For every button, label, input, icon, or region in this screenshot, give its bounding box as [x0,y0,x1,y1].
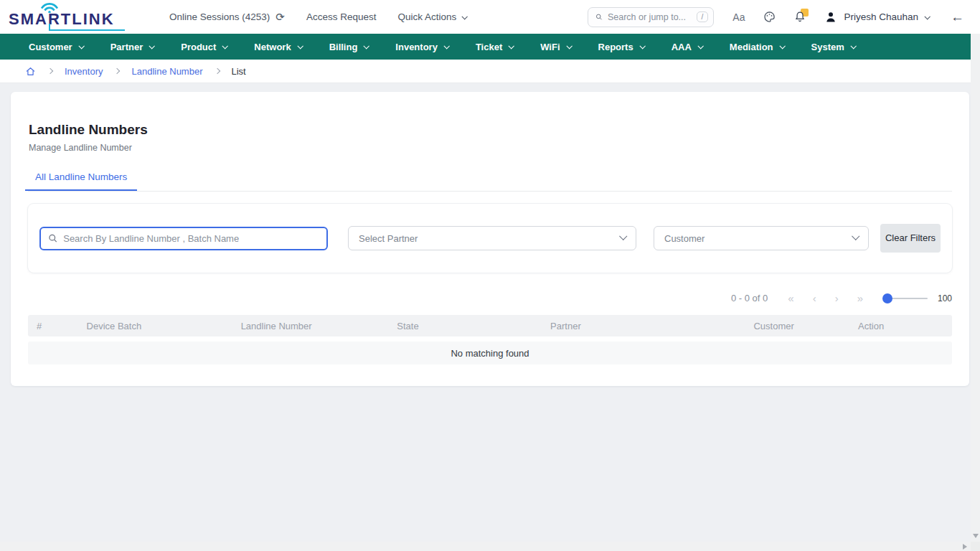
clear-filters-button[interactable]: Clear Filters [880,224,941,253]
theme-palette-icon[interactable] [763,11,776,23]
vertical-scrollbar[interactable] [971,0,980,542]
top-links: Online Sessions (4253) ⟳ Access Request … [169,11,466,24]
notifications-bell-icon[interactable] [794,11,806,23]
nav-item-reports[interactable]: Reports [585,34,658,60]
col-header-customer: Customer [745,321,849,331]
chevron-down-icon [78,43,84,49]
pagination-next-icon[interactable]: › [835,293,839,303]
col-header-landline-number: Landline Number [232,321,389,331]
chevron-down-icon [297,43,303,49]
quick-actions-menu[interactable]: Quick Actions [397,11,466,22]
avatar-icon [824,11,837,24]
nav-item-product[interactable]: Product [167,34,240,60]
chevron-down-icon [924,14,930,19]
nav-item-aaa[interactable]: AAA [658,34,716,60]
empty-state-row: No matching found [28,342,952,364]
scroll-down-icon[interactable] [973,534,979,538]
search-shortcut-key: / [697,11,709,22]
breadcrumb-link-landline-number[interactable]: Landline Number [131,66,202,77]
nav-item-inventory[interactable]: Inventory [382,34,462,60]
access-request-link[interactable]: Access Request [306,11,377,22]
horizontal-scrollbar[interactable] [0,542,971,551]
partner-select-placeholder: Select Partner [359,233,418,244]
chevron-down-icon [697,43,703,49]
collapse-back-icon[interactable]: ← [951,9,964,25]
global-search-box[interactable]: / [588,7,714,27]
smartlink-logo[interactable]: SMARTLINK [7,3,128,32]
pagination-range: 0 - 0 of 0 [731,293,768,303]
font-size-toggle[interactable]: Aa [732,11,745,23]
chevron-down-icon [364,43,369,49]
nav-item-billing[interactable]: Billing [316,34,382,60]
page-content: Landline Numbers Manage Landline Number … [0,83,980,386]
pagination-last-icon[interactable]: » [857,293,863,303]
pagination-first-icon[interactable]: « [788,293,793,303]
landline-search-input[interactable] [63,233,319,244]
col-header-index: # [28,321,78,331]
top-bar: SMARTLINK Online Sessions (4253) ⟳ Acces… [0,0,980,34]
partner-select[interactable]: Select Partner [348,226,636,250]
refresh-icon[interactable]: ⟳ [275,11,285,24]
user-name: Priyesh Chauhan [844,11,918,22]
col-header-partner: Partner [542,321,745,331]
chevron-down-icon [779,43,785,49]
search-icon [48,233,57,243]
chevron-down-icon [619,232,627,240]
chevron-down-icon [566,43,572,49]
customer-select-placeholder: Customer [664,233,705,244]
page-subtitle: Manage Landline Number [29,143,952,153]
landline-numbers-card: Landline Numbers Manage Landline Number … [11,92,969,386]
user-menu[interactable]: Priyesh Chauhan [824,11,929,24]
breadcrumb-separator-icon [114,68,120,74]
table-header-row: # Device Batch Landline Number State Par… [28,315,952,336]
quick-actions-label: Quick Actions [397,11,456,22]
nav-item-ticket[interactable]: Ticket [462,34,527,60]
landline-numbers-table: # Device Batch Landline Number State Par… [28,315,952,364]
home-icon[interactable] [25,66,36,77]
nav-item-customer[interactable]: Customer [15,34,97,60]
scrollbar-corner [971,542,980,551]
chevron-down-icon [850,43,856,49]
logo-text: SMARTLINK [9,10,115,29]
pagination: 0 - 0 of 0 « ‹ › » 100 [28,293,952,303]
chevron-down-icon [639,43,645,49]
top-bar-right: / Aa [588,7,964,27]
filter-panel: Select Partner Customer Clear Filters [28,204,952,273]
col-header-device-batch: Device Batch [78,321,232,331]
tab-all-landline-numbers[interactable]: All Landline Numbers [25,171,137,191]
breadcrumb-current: List [232,66,246,77]
chevron-down-icon [149,43,155,49]
page-title: Landline Numbers [29,122,952,138]
breadcrumb-link-inventory[interactable]: Inventory [65,66,103,77]
nav-item-mediation[interactable]: Mediation [716,34,798,60]
tabs: All Landline Numbers [28,171,952,192]
col-header-state: State [388,321,542,331]
chevron-down-icon [222,43,228,49]
main-nav-bar: Customer Partner Product Network Billing… [0,34,980,60]
customer-select[interactable]: Customer [654,226,869,250]
breadcrumb-separator-icon [47,68,53,74]
access-request-label: Access Request [306,11,377,22]
landline-search-field[interactable] [39,227,328,250]
scroll-right-icon[interactable] [963,544,967,550]
nav-item-network[interactable]: Network [240,34,315,60]
slider-thumb[interactable] [882,293,892,303]
nav-item-wifi[interactable]: WiFi [527,34,584,60]
global-search-input[interactable] [608,12,692,22]
chevron-down-icon [852,232,859,240]
pagination-prev-icon[interactable]: ‹ [813,293,816,303]
chevron-down-icon [509,43,514,49]
breadcrumb: Inventory Landline Number List [0,60,980,83]
page-size-slider: 100 [883,293,952,303]
slider-track[interactable] [883,298,928,299]
search-icon [595,12,603,22]
chevron-down-icon [443,43,449,49]
breadcrumb-separator-icon [214,68,220,74]
nav-item-partner[interactable]: Partner [97,34,168,60]
chevron-down-icon [462,14,468,19]
nav-item-system[interactable]: System [798,34,869,60]
col-header-action: Action [849,321,952,331]
online-sessions-label: Online Sessions (4253) [169,11,270,22]
online-sessions-link[interactable]: Online Sessions (4253) ⟳ [169,11,285,24]
logo-underline [49,29,125,31]
